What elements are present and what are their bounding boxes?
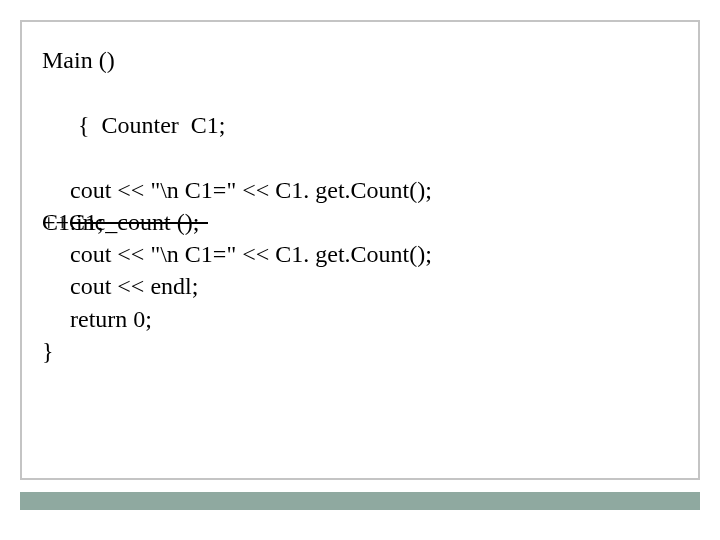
slide: Main () { Counter C1; cout << "\n C1=" <… bbox=[0, 0, 720, 540]
code-line-6: cout << endl; bbox=[42, 270, 678, 302]
bottom-bar bbox=[20, 492, 700, 510]
code-line-2: { Counter C1; bbox=[42, 76, 678, 173]
code-line-7: return 0; bbox=[42, 303, 678, 335]
code-frame: Main () { Counter C1; cout << "\n C1=" <… bbox=[20, 20, 700, 480]
decl: Counter C1; bbox=[90, 112, 226, 138]
strikethrough-line bbox=[72, 222, 208, 224]
brace-open: { bbox=[78, 112, 90, 138]
code-line-5: cout << "\n C1=" << C1. get.Count(); bbox=[42, 238, 678, 270]
code-line-3: cout << "\n C1=" << C1. get.Count(); bbox=[42, 174, 678, 206]
code-line-4: C1.inc_count (); ++C1; bbox=[42, 206, 678, 238]
code-line-8: } bbox=[42, 335, 678, 367]
code-line-1: Main () bbox=[42, 44, 678, 76]
